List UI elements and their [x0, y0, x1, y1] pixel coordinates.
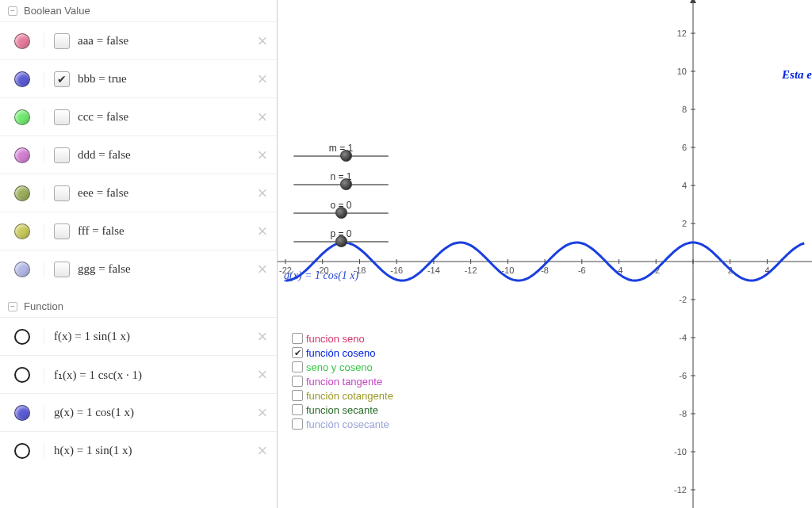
- visibility-swatch[interactable]: [0, 262, 44, 277]
- visibility-swatch[interactable]: [0, 223, 44, 239]
- legend-item[interactable]: funcion tangente: [292, 374, 393, 388]
- legend-item[interactable]: función cosecante: [292, 417, 393, 431]
- function-label: g(x) = 1 cos(1 x): [44, 406, 255, 419]
- visibility-swatch[interactable]: [0, 147, 44, 163]
- boolean-label: ddd = false: [78, 148, 255, 162]
- slider-track[interactable]: [293, 212, 389, 214]
- close-icon[interactable]: ×: [255, 185, 270, 201]
- section-header-function[interactable]: − Function: [0, 296, 277, 317]
- legend-item[interactable]: funcion secante: [292, 403, 393, 417]
- visibility-swatch[interactable]: [0, 109, 44, 125]
- function-label: f(x) = 1 sin(1 x): [44, 330, 255, 343]
- svg-text:2: 2: [682, 219, 687, 228]
- boolean-checkbox[interactable]: [54, 147, 70, 163]
- collapse-icon[interactable]: −: [8, 6, 17, 16]
- legend-checkbox[interactable]: [292, 361, 303, 372]
- svg-text:-10: -10: [674, 447, 687, 456]
- legend-checkbox[interactable]: [292, 404, 303, 415]
- section-header-boolean[interactable]: − Boolean Value: [0, 0, 277, 21]
- visibility-swatch[interactable]: [0, 329, 44, 345]
- boolean-row: aaa = false ×: [0, 21, 277, 59]
- svg-text:-12: -12: [465, 265, 477, 275]
- function-label: h(x) = 1 sin(1 x): [44, 444, 255, 457]
- function-row: h(x) = 1 sin(1 x) ×: [0, 431, 277, 469]
- legend-checkbox[interactable]: [292, 418, 303, 430]
- close-icon[interactable]: ×: [255, 405, 270, 421]
- boolean-checkbox[interactable]: [54, 185, 70, 201]
- svg-text:-6: -6: [679, 371, 687, 380]
- close-icon[interactable]: ×: [255, 71, 270, 87]
- slider-track[interactable]: [293, 184, 389, 185]
- legend-item[interactable]: ✔ función coseno: [292, 346, 393, 360]
- close-icon[interactable]: ×: [255, 262, 270, 277]
- legend-label: funcion secante: [306, 404, 378, 416]
- boolean-label: ggg = false: [78, 262, 255, 276]
- legend-label: función cotangente: [306, 390, 393, 402]
- boolean-checkbox[interactable]: ✔: [54, 71, 70, 87]
- slider-knob[interactable]: [335, 235, 347, 247]
- visibility-swatch[interactable]: [0, 33, 44, 49]
- boolean-label: ccc = false: [78, 110, 255, 124]
- svg-text:8: 8: [682, 105, 687, 114]
- boolean-checkbox[interactable]: [54, 33, 70, 49]
- svg-text:4: 4: [682, 181, 687, 190]
- slider-o[interactable]: o = 0: [293, 200, 389, 214]
- function-row: f₁(x) = 1 csc(x · 1) ×: [0, 355, 277, 393]
- slider-knob[interactable]: [340, 178, 352, 190]
- active-formula: g(x) = 1 cos(1 x): [284, 269, 358, 282]
- legend-label: funcion seno: [306, 333, 365, 345]
- legend-checkbox[interactable]: [292, 390, 303, 401]
- legend-label: función coseno: [306, 347, 375, 359]
- slider-n[interactable]: n = 1: [293, 171, 389, 185]
- boolean-row: ccc = false ×: [0, 97, 277, 136]
- boolean-row: ✔ bbb = true ×: [0, 59, 277, 97]
- svg-text:12: 12: [677, 29, 687, 38]
- close-icon[interactable]: ×: [255, 33, 270, 49]
- collapse-icon[interactable]: −: [8, 302, 17, 311]
- slider-track[interactable]: [293, 155, 389, 157]
- slider-knob[interactable]: [335, 207, 347, 219]
- legend-checkbox[interactable]: ✔: [292, 347, 303, 358]
- close-icon[interactable]: ×: [255, 443, 270, 459]
- visibility-swatch[interactable]: [0, 71, 44, 87]
- close-icon[interactable]: ×: [255, 147, 270, 163]
- function-label: f₁(x) = 1 csc(x · 1): [44, 368, 255, 382]
- boolean-label: aaa = false: [78, 34, 255, 48]
- close-icon[interactable]: ×: [255, 223, 270, 239]
- boolean-checkbox[interactable]: [54, 262, 70, 277]
- boolean-checkbox[interactable]: [54, 109, 70, 125]
- boolean-row: eee = false ×: [0, 174, 277, 212]
- close-icon[interactable]: ×: [255, 329, 270, 345]
- section-title: Function: [24, 300, 63, 312]
- legend-label: seno y coseno: [306, 361, 373, 373]
- svg-text:-16: -16: [390, 265, 403, 275]
- legend-item[interactable]: función cotangente: [292, 388, 393, 403]
- svg-text:-8: -8: [679, 409, 687, 418]
- graphics-view[interactable]: -22-20-18-16-14-12-10-8-6-4-224-12-10-8-…: [278, 0, 812, 508]
- legend-group: funcion seno✔ función coseno seno y cose…: [292, 331, 393, 431]
- legend-checkbox[interactable]: [292, 333, 303, 344]
- svg-text:6: 6: [682, 143, 687, 152]
- boolean-row: ddd = false ×: [0, 136, 277, 174]
- close-icon[interactable]: ×: [255, 367, 270, 383]
- boolean-label: eee = false: [78, 186, 255, 200]
- close-icon[interactable]: ×: [255, 109, 270, 125]
- slider-knob[interactable]: [340, 150, 352, 162]
- slider-p[interactable]: p = 0: [293, 228, 389, 243]
- legend-item[interactable]: funcion seno: [292, 331, 393, 346]
- visibility-swatch[interactable]: [0, 443, 44, 459]
- svg-text:-2: -2: [679, 295, 687, 304]
- visibility-swatch[interactable]: [0, 405, 44, 421]
- boolean-row: ggg = false ×: [0, 250, 277, 288]
- legend-item[interactable]: seno y coseno: [292, 360, 393, 374]
- svg-text:-4: -4: [679, 333, 687, 342]
- annotation-text: Esta e: [782, 68, 812, 82]
- slider-m[interactable]: m = 1: [293, 143, 389, 157]
- visibility-swatch[interactable]: [0, 185, 44, 201]
- slider-track[interactable]: [293, 241, 389, 243]
- legend-checkbox[interactable]: [292, 376, 303, 387]
- boolean-checkbox[interactable]: [54, 223, 70, 239]
- visibility-swatch[interactable]: [0, 367, 44, 383]
- svg-text:10: 10: [677, 67, 687, 76]
- algebra-panel[interactable]: − Boolean Value aaa = false × ✔ bbb = tr…: [0, 0, 278, 508]
